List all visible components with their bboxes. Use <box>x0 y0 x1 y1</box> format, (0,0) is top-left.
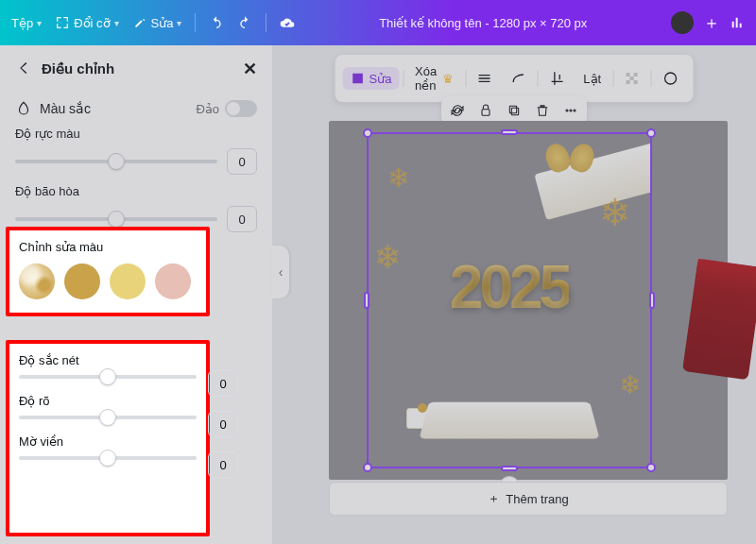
more-button[interactable] <box>560 100 581 121</box>
top-menu-bar: Tệp▾ Đổi cỡ▾ Sửa▾ Thiết kế không tên - 1… <box>0 0 756 45</box>
svg-rect-0 <box>627 73 630 76</box>
clarity-slider[interactable] <box>19 416 197 419</box>
svg-rect-8 <box>509 106 516 112</box>
resize-handle-tr[interactable] <box>646 128 656 138</box>
vignette-value[interactable]: 0 <box>208 451 238 478</box>
svg-rect-2 <box>634 73 638 76</box>
user-avatar[interactable] <box>671 11 694 34</box>
vibrance-label: Độ rực màu <box>15 127 257 141</box>
resize-menu[interactable]: Đổi cỡ▾ <box>55 15 118 30</box>
saturation-label: Độ bão hòa <box>15 184 257 198</box>
vignette-label: Mờ viền <box>19 434 197 449</box>
copy-icon <box>507 103 522 118</box>
color-swatch-1[interactable] <box>64 264 100 299</box>
resize-handle-l[interactable] <box>364 292 369 309</box>
svg-point-5 <box>664 73 676 84</box>
plus-icon: ＋ <box>488 490 500 507</box>
color-swatch-original[interactable] <box>19 264 55 299</box>
lines-button[interactable] <box>470 67 500 90</box>
vignette-slider[interactable] <box>19 456 197 460</box>
edit-menu[interactable]: Sửa▾ <box>132 15 182 30</box>
more-icon <box>563 103 578 118</box>
curve-button[interactable] <box>504 67 534 90</box>
svg-point-11 <box>574 110 576 111</box>
resize-icon <box>55 15 70 30</box>
crop-icon <box>549 71 564 86</box>
add-collaborator-button[interactable]: ＋ <box>703 11 720 34</box>
magic-icon <box>132 15 147 30</box>
edit-color-title: Chỉnh sửa màu <box>19 240 197 254</box>
transparency-button[interactable] <box>617 67 647 90</box>
curve-icon <box>511 71 526 86</box>
cloud-check-icon <box>280 15 295 30</box>
resize-handle-bl[interactable] <box>363 463 372 472</box>
element-toolbar: Sửa Xóa nền ♛ Lật <box>335 55 694 102</box>
resize-handle-b[interactable] <box>501 466 518 471</box>
color-swatch-3[interactable] <box>155 264 191 299</box>
crop-button[interactable] <box>541 67 572 90</box>
resize-handle-r[interactable] <box>649 292 655 309</box>
image-icon <box>351 71 366 86</box>
undo-button[interactable] <box>209 15 224 30</box>
file-menu[interactable]: Tệp▾ <box>11 16 42 30</box>
resize-handle-t[interactable] <box>501 129 518 135</box>
info-icon <box>662 71 678 86</box>
clarity-value[interactable]: 0 <box>208 411 238 437</box>
duplicate-button[interactable] <box>504 100 524 121</box>
saturation-value[interactable]: 0 <box>227 206 257 232</box>
year-text: 2025 <box>450 252 569 322</box>
add-page-button[interactable]: ＋ Thêm trang <box>329 482 728 516</box>
sharpness-label: Độ sắc nét <box>19 353 197 367</box>
svg-rect-6 <box>482 110 490 116</box>
canvas-board[interactable]: ❄ ❄ ❄ ❄ 2025 <box>329 121 728 480</box>
sync-icon <box>450 103 465 118</box>
sync-button[interactable] <box>447 100 468 121</box>
collapse-sidebar-tab[interactable]: ‹ <box>272 246 289 298</box>
droplet-icon <box>15 100 32 117</box>
resize-handle-br[interactable] <box>646 463 656 472</box>
arrow-left-icon <box>15 60 32 76</box>
info-button[interactable] <box>655 67 685 90</box>
invert-toggle[interactable] <box>225 100 257 117</box>
sharpness-slider[interactable] <box>19 375 197 379</box>
surface-sliders-highlight: Độ sắc nét 0 Độ rõ 0 Mờ viền 0 <box>6 340 210 536</box>
selection-box[interactable]: ❄ ❄ ❄ ❄ 2025 <box>367 132 652 468</box>
document-title[interactable]: Thiết kế không tên - 1280 px × 720 px <box>379 16 587 30</box>
lines-icon <box>477 71 492 86</box>
panel-title: Điều chỉnh <box>42 60 114 77</box>
flip-button[interactable]: Lật <box>576 68 609 90</box>
svg-rect-4 <box>634 80 638 84</box>
sharpness-value[interactable]: 0 <box>208 370 238 397</box>
delete-button[interactable] <box>532 100 553 121</box>
red-envelope-element[interactable] <box>682 259 756 381</box>
vibrance-slider[interactable] <box>15 160 217 163</box>
vibrance-value[interactable]: 0 <box>227 148 257 175</box>
artwork-2025: ❄ ❄ ❄ ❄ 2025 <box>369 134 650 467</box>
edit-color-highlight: Chỉnh sửa màu <box>6 227 210 316</box>
svg-rect-3 <box>627 80 630 84</box>
back-button[interactable] <box>15 60 32 79</box>
trash-icon <box>535 103 550 118</box>
edit-image-button[interactable]: Sửa <box>343 67 400 90</box>
close-panel-button[interactable]: ✕ <box>243 59 257 79</box>
crown-icon: ♛ <box>442 72 454 86</box>
transparency-icon <box>625 71 640 86</box>
undo-icon <box>209 15 224 30</box>
svg-rect-7 <box>511 108 518 114</box>
cloud-sync-button[interactable] <box>280 15 295 30</box>
color-swatch-2[interactable] <box>110 264 146 299</box>
redo-icon <box>237 15 252 30</box>
redo-button[interactable] <box>237 15 252 30</box>
resize-handle-tl[interactable] <box>363 128 372 138</box>
color-section-label: Màu sắc <box>40 101 91 116</box>
remove-bg-button[interactable]: Xóa nền ♛ <box>407 60 461 96</box>
canvas-area: Sửa Xóa nền ♛ Lật ❄ ❄ ❄ <box>272 45 756 544</box>
clarity-label: Độ rõ <box>19 394 197 408</box>
chart-icon <box>730 15 745 30</box>
lock-icon <box>478 103 493 118</box>
lock-button[interactable] <box>475 100 496 121</box>
svg-rect-1 <box>630 76 634 80</box>
saturation-slider[interactable] <box>15 217 217 221</box>
svg-point-10 <box>570 110 572 111</box>
analytics-button[interactable] <box>730 15 745 30</box>
